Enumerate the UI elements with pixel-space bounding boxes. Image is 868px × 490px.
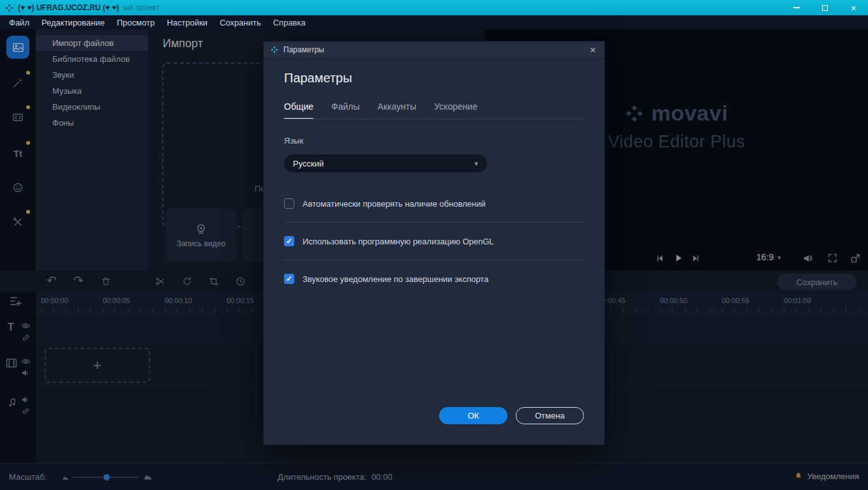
notification-dot [26,141,30,145]
undo-icon[interactable]: ↶ [47,274,57,288]
sidebar-tools-button[interactable] [6,211,29,234]
library-item-sounds[interactable]: Звуки [36,67,148,83]
watermark-brand: movavi [651,101,728,126]
statusbar: Масштаб: Длительность проекта: 00:00 Уве… [0,463,868,490]
menu-help[interactable]: Справка [273,18,306,27]
language-label: Язык [284,136,303,145]
link-icon[interactable] [21,406,31,416]
maximize-button[interactable] [811,0,839,15]
zoom-in-mountain-icon[interactable] [143,472,153,480]
tabs-separator [284,119,585,119]
opengl-checkbox[interactable]: ✓ [284,236,294,246]
play-icon[interactable] [673,253,684,264]
close-button[interactable]: × [839,0,868,15]
titles-Tt-icon: Tt [13,148,22,159]
save-button[interactable]: Сохранить [777,274,857,290]
smiley-sticker-icon [11,181,24,194]
zoom-out-mountain-icon[interactable] [62,474,69,480]
movavi-logo-icon [271,46,278,54]
import-title: Импорт [163,37,203,50]
library-item-backgrounds[interactable]: Фоны [36,115,148,131]
window-title: (♥ ♥) UFRAG.UCOZ.RU (♥ ♥) [18,3,119,12]
project-duration: Длительность проекта: 00:00 [278,472,393,482]
checkbox-row-export-sound: ✓ Звуковое уведомление по завершении экс… [284,274,585,284]
chevron-down-icon: ▾ [777,254,781,261]
menu-view[interactable]: Просмотр [117,18,154,27]
notification-dot [26,105,30,109]
duration-label: Длительность проекта: [278,472,366,482]
sidebar-transitions-button[interactable] [6,106,29,129]
record-video-button[interactable]: Запись видео [166,209,236,262]
dialog-titlebar: Параметры × [264,41,604,59]
ruler-tick: 00:00:00 [41,297,68,304]
menubar: Файл Редактирование Просмотр Настройки С… [0,15,868,29]
close-icon: × [590,45,595,56]
minimize-icon [793,7,800,8]
trash-icon[interactable] [100,276,112,287]
window-title-suffix: ый проект [123,3,159,12]
add-clip-dropzone[interactable]: + [45,348,150,383]
library-item-file-library[interactable]: Библиотека файлов [36,51,148,67]
detach-player-icon[interactable] [850,253,861,264]
cancel-button[interactable]: Отмена [516,407,584,424]
link-icon[interactable] [21,333,31,343]
export-sound-checkbox[interactable]: ✓ [284,274,294,284]
crop-icon[interactable] [208,276,220,287]
notifications-button[interactable]: Уведомления [794,471,859,481]
plus-icon: + [93,357,101,374]
bell-icon [794,471,803,481]
ruler-tick: 00:00:05 [103,297,130,304]
tab-files[interactable]: Файлы [331,101,359,119]
crossed-tools-icon [11,216,24,228]
ok-button[interactable]: ОК [439,407,507,424]
volume-icon[interactable] [803,253,814,264]
ruler-tick: 00:01:00 [784,297,811,304]
add-track-icon[interactable] [8,293,24,309]
dialog-heading: Параметры [284,71,352,85]
tab-accounts[interactable]: Аккаунты [378,101,417,119]
sidebar-stickers-button[interactable] [6,176,29,199]
dialog-close-button[interactable]: × [585,43,601,57]
movavi-clover-icon [625,104,644,123]
aspect-ratio-select[interactable]: 16:9 ▾ [756,252,781,262]
zoom-label: Масштаб: [9,472,47,482]
image-import-icon [11,41,25,54]
auto-updates-checkbox[interactable]: ✓ [284,198,294,209]
magic-wand-icon [11,77,24,89]
skip-forward-icon[interactable] [691,253,701,264]
notification-dot [26,210,30,214]
library-item-import-files[interactable]: Импорт файлов [36,35,148,51]
tab-general[interactable]: Общие [284,101,313,119]
sidebar-import-button[interactable] [6,36,29,59]
language-select[interactable]: Русский ▾ [284,154,487,172]
language-value: Русский [293,159,324,168]
rotate-icon[interactable] [181,276,193,287]
window-controls: × [782,0,868,15]
eye-icon[interactable] [21,357,31,366]
menu-file[interactable]: Файл [9,18,29,27]
app-window: (♥ ♥) UFRAG.UCOZ.RU (♥ ♥) ый проект × Фа… [0,0,868,490]
speaker-icon[interactable] [21,395,31,405]
menu-edit[interactable]: Редактирование [41,18,105,27]
fullscreen-icon[interactable] [827,253,838,264]
clip-speed-clock-icon[interactable] [235,276,246,287]
redo-icon[interactable]: ↷ [73,274,84,288]
scissors-cut-icon[interactable] [154,276,166,287]
tab-acceleration[interactable]: Ускорение [434,101,477,119]
minimize-button[interactable] [782,0,811,15]
duration-value: 00:00 [371,472,393,482]
eye-icon[interactable] [21,322,31,330]
watermark-product: Video Editor Plus [608,132,745,152]
library-item-music[interactable]: Музыка [36,83,148,99]
library-item-videoclips[interactable]: Видеоклипы [36,99,148,115]
skip-back-icon[interactable] [655,253,665,264]
zoom-slider-knob[interactable] [103,474,110,480]
checkbox-label: Использовать программную реализацию Open… [303,237,494,246]
menu-save[interactable]: Сохранить [220,18,261,27]
filmstrip-icon [5,357,18,369]
checkbox-label: Звуковое уведомление по завершении экспо… [303,274,488,284]
speaker-icon[interactable] [21,368,31,378]
sidebar-filters-button[interactable] [6,71,29,94]
menu-settings[interactable]: Настройки [167,18,207,27]
sidebar-titles-button[interactable]: Tt [6,142,29,165]
